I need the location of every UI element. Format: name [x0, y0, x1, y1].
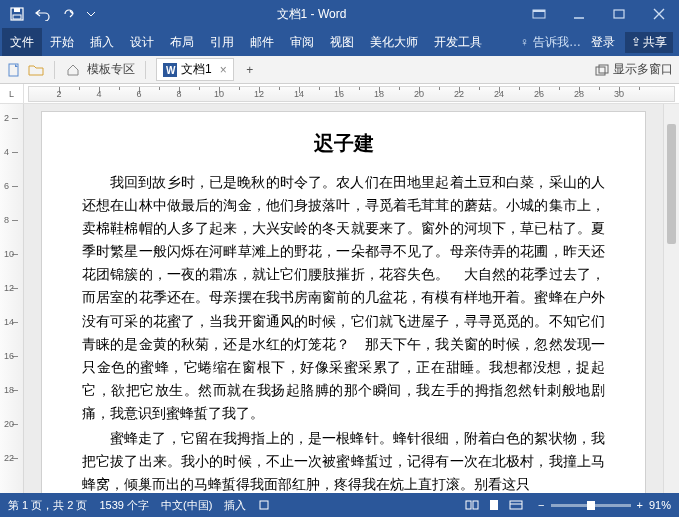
status-language[interactable]: 中文(中国) — [161, 498, 212, 513]
ruler-corner: L — [0, 84, 24, 104]
ruler-tick-label: 26 — [534, 89, 544, 99]
qat-dropdown[interactable] — [84, 3, 98, 25]
ruler-tick-label: 6 — [4, 181, 9, 191]
ruler-tick-label: 30 — [614, 89, 624, 99]
view-web-layout[interactable] — [506, 497, 526, 513]
svg-rect-1 — [14, 8, 20, 12]
multi-window-icon — [595, 64, 609, 76]
home-icon — [65, 62, 81, 78]
ruler-tick-label: 16 — [334, 89, 344, 99]
document-heading: 迟子建 — [82, 130, 605, 157]
tab-file[interactable]: 文件 — [2, 28, 42, 56]
svg-rect-12 — [260, 501, 268, 509]
maximize-button[interactable] — [599, 0, 639, 28]
svg-rect-10 — [596, 67, 605, 75]
zoom-slider[interactable] — [551, 504, 631, 507]
new-doc-icon[interactable] — [6, 62, 22, 78]
tab-layout[interactable]: 布局 — [162, 28, 202, 56]
view-read-mode[interactable] — [462, 497, 482, 513]
ruler-tick-label: 12 — [4, 283, 14, 293]
separator — [145, 61, 146, 79]
svg-rect-13 — [466, 501, 471, 509]
document-tab[interactable]: W 文档1 × — [156, 58, 234, 81]
share-button[interactable]: ⇪ 共享 — [625, 32, 673, 53]
word-doc-icon: W — [163, 63, 177, 77]
svg-rect-11 — [599, 65, 608, 73]
lightbulb-icon: ♀ — [520, 35, 529, 49]
status-page[interactable]: 第 1 页，共 2 页 — [8, 498, 87, 513]
close-tab-icon[interactable]: × — [220, 63, 227, 77]
tab-home[interactable]: 开始 — [42, 28, 82, 56]
ruler-tick-label: 10 — [4, 249, 14, 259]
zoom-slider-thumb[interactable] — [587, 501, 595, 510]
svg-rect-15 — [490, 500, 498, 510]
tab-review[interactable]: 审阅 — [282, 28, 322, 56]
paragraph: 蜜蜂走了，它留在我拇指上的，是一根蜂针。蜂针很细，附着白色的絮状物，我把它拔了出… — [82, 427, 605, 493]
svg-rect-2 — [13, 15, 21, 19]
zoom-in-button[interactable]: + — [637, 499, 643, 511]
ruler-tick-label: 20 — [414, 89, 424, 99]
vertical-scrollbar[interactable] — [663, 104, 679, 493]
template-center-label: 模板专区 — [87, 61, 135, 78]
minimize-button[interactable] — [559, 0, 599, 28]
macro-record-icon[interactable] — [258, 499, 270, 511]
tell-me-search[interactable]: ♀ 告诉我… — [520, 34, 581, 51]
ribbon-display-options[interactable] — [519, 0, 559, 28]
vertical-ruler[interactable]: 246810121416182022 — [0, 104, 24, 493]
zoom-percent[interactable]: 91% — [649, 499, 671, 511]
ruler-tick-label: 18 — [4, 385, 14, 395]
ruler-tick-label: 8 — [176, 89, 181, 99]
tab-insert[interactable]: 插入 — [82, 28, 122, 56]
page-area[interactable]: 迟子建 我回到故乡时，已是晚秋的时令了。农人们在田地里起着土豆和白菜，采山的人还… — [24, 104, 663, 493]
tab-view[interactable]: 视图 — [322, 28, 362, 56]
window-title: 文档1 - Word — [104, 6, 519, 23]
ruler-tick-label: 2 — [4, 113, 9, 123]
ruler-tick-label: 14 — [294, 89, 304, 99]
svg-text:W: W — [166, 65, 176, 76]
view-print-layout[interactable] — [484, 497, 504, 513]
ruler-tick-label: 14 — [4, 317, 14, 327]
tell-me-label: 告诉我… — [533, 34, 581, 51]
svg-rect-16 — [510, 501, 522, 509]
ruler-tick-label: 16 — [4, 351, 14, 361]
ruler-tick-label: 18 — [374, 89, 384, 99]
ruler-tick-label: 28 — [574, 89, 584, 99]
add-tab-button[interactable]: + — [240, 60, 260, 80]
redo-button[interactable] — [58, 3, 80, 25]
login-button[interactable]: 登录 — [585, 34, 621, 51]
svg-rect-14 — [473, 501, 478, 509]
undo-button[interactable] — [32, 3, 54, 25]
template-center-button[interactable]: 模板专区 — [65, 61, 135, 78]
page: 迟子建 我回到故乡时，已是晚秋的时令了。农人们在田地里起着土豆和白菜，采山的人还… — [42, 112, 645, 493]
paragraph: 我回到故乡时，已是晚秋的时令了。农人们在田地里起着土豆和白菜，采山的人还想在山林… — [82, 171, 605, 425]
status-insert-mode[interactable]: 插入 — [224, 498, 246, 513]
scrollbar-thumb[interactable] — [667, 124, 676, 244]
ruler-tick-label: 8 — [4, 215, 9, 225]
ruler-tick-label: 22 — [454, 89, 464, 99]
tab-beautify[interactable]: 美化大师 — [362, 28, 426, 56]
share-label: 共享 — [643, 34, 667, 51]
tab-design[interactable]: 设计 — [122, 28, 162, 56]
tab-mailings[interactable]: 邮件 — [242, 28, 282, 56]
horizontal-ruler[interactable]: 24681012141618202224262830 — [28, 86, 675, 102]
ruler-tick-label: 12 — [254, 89, 264, 99]
save-button[interactable] — [6, 3, 28, 25]
document-tab-label: 文档1 — [181, 61, 212, 78]
ruler-tick-label: 4 — [4, 147, 9, 157]
tab-references[interactable]: 引用 — [202, 28, 242, 56]
status-word-count[interactable]: 1539 个字 — [99, 498, 149, 513]
svg-rect-4 — [533, 10, 545, 12]
separator — [54, 61, 55, 79]
close-button[interactable] — [639, 0, 679, 28]
share-icon: ⇪ — [631, 35, 641, 49]
ruler-tick-label: 24 — [494, 89, 504, 99]
ruler-tick-label: 4 — [96, 89, 101, 99]
ruler-tick-label: 6 — [136, 89, 141, 99]
ruler-tick-label: 22 — [4, 453, 14, 463]
open-folder-icon[interactable] — [28, 62, 44, 78]
ruler-tick-label: 2 — [56, 89, 61, 99]
ruler-tick-label: 10 — [214, 89, 224, 99]
tab-developer[interactable]: 开发工具 — [426, 28, 490, 56]
zoom-out-button[interactable]: − — [538, 499, 544, 511]
multi-window-button[interactable]: 显示多窗口 — [613, 61, 673, 78]
